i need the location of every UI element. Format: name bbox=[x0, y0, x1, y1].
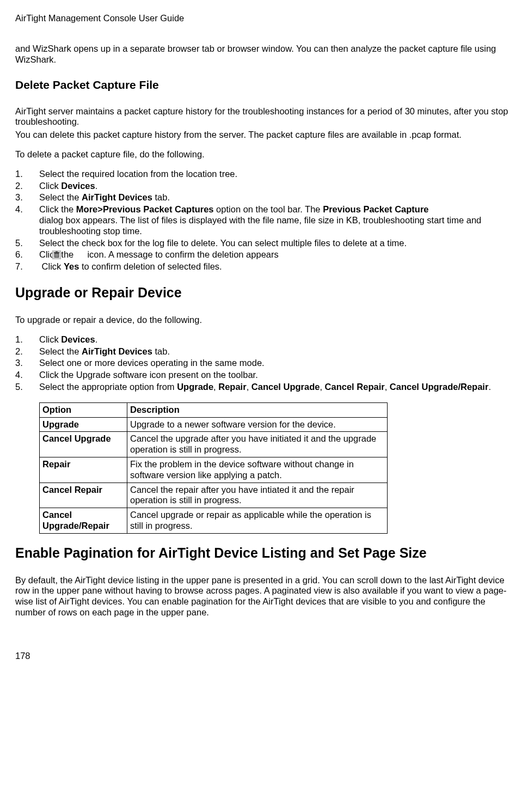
trash-icon bbox=[76, 251, 85, 259]
table-row: Repair Fix the problem in the device sof… bbox=[40, 457, 388, 483]
table-row: Cancel Upgrade Cancel the upgrade after … bbox=[40, 432, 388, 457]
delete-p1: AirTight server maintains a packet captu… bbox=[15, 106, 513, 128]
table-row: Cancel Repair Cancel the repair after yo… bbox=[40, 483, 388, 508]
upgrade-p1: To upgrade or repair a device, do the fo… bbox=[15, 315, 513, 326]
pagination-p1: By default, the AirTight device listing … bbox=[15, 575, 513, 618]
delete-step-6: Click the icon. A message to confirm the… bbox=[15, 249, 513, 260]
delete-step-7: Click Yes to confirm deletion of selecte… bbox=[15, 261, 513, 272]
upgrade-step-2: Select the AirTight Devices tab. bbox=[15, 346, 513, 357]
upgrade-step-4: Click the Upgrade software icon present … bbox=[15, 370, 513, 381]
delete-step-5: Select the check box for the log file to… bbox=[15, 238, 513, 249]
page-number: 178 bbox=[15, 651, 513, 662]
upgrade-step-3: Select one or more devices operating in … bbox=[15, 358, 513, 369]
delete-p2: You can delete this packet capture histo… bbox=[15, 130, 513, 141]
delete-p3: To delete a packet capture file, do the … bbox=[15, 149, 513, 160]
table-row: Upgrade Upgrade to a newer software vers… bbox=[40, 417, 388, 432]
upgrade-step-5: Select the appropriate option from Upgra… bbox=[15, 382, 513, 393]
delete-heading: Delete Packet Capture File bbox=[15, 78, 513, 91]
table-row: Cancel Upgrade/Repair Cancel upgrade or … bbox=[40, 508, 388, 534]
upgrade-steps: Click Devices. Select the AirTight Devic… bbox=[15, 334, 513, 393]
svg-rect-2 bbox=[54, 252, 59, 253]
document-header: AirTight Management Console User Guide bbox=[15, 13, 513, 24]
col-option: Option bbox=[40, 402, 127, 417]
delete-steps: Select the required location from the lo… bbox=[15, 169, 513, 272]
upgrade-heading: Upgrade or Repair Device bbox=[15, 284, 513, 301]
delete-step-4: Click the More>Previous Packet Captures … bbox=[15, 204, 513, 236]
svg-rect-3 bbox=[56, 252, 58, 253]
upgrade-step-1: Click Devices. bbox=[15, 334, 513, 345]
intro-paragraph: and WizShark opens up in a separate brow… bbox=[15, 44, 513, 65]
col-description: Description bbox=[127, 402, 388, 417]
table-header-row: Option Description bbox=[40, 402, 388, 417]
delete-step-3: Select the AirTight Devices tab. bbox=[15, 192, 513, 203]
pagination-heading: Enable Pagination for AirTight Device Li… bbox=[15, 545, 513, 561]
options-table: Option Description Upgrade Upgrade to a … bbox=[39, 402, 388, 534]
delete-step-2: Click Devices. bbox=[15, 181, 513, 192]
delete-step-1: Select the required location from the lo… bbox=[15, 169, 513, 180]
